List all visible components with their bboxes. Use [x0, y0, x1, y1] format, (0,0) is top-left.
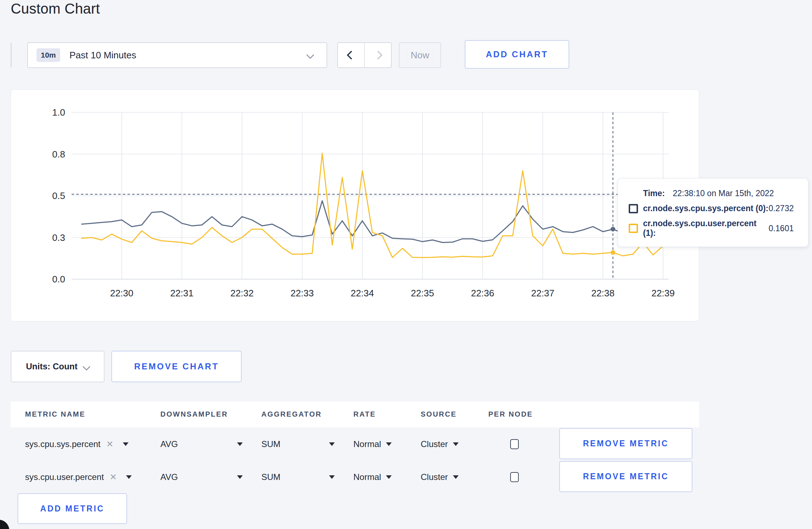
metric-name-select[interactable]: sys.cpu.user.percent ✕ — [25, 461, 132, 493]
tooltip-series-row: cr.node.sys.cpu.sys.percent (0): 0.2732 — [629, 204, 798, 213]
header-rate: RATE — [353, 410, 376, 418]
aggregator-value: SUM — [261, 472, 280, 482]
toolbar-divider — [11, 43, 11, 67]
chart-tooltip: Time: 22:38:10 on Mar 15th, 2022 cr.node… — [618, 178, 808, 247]
units-dropdown[interactable]: Units: Count — [11, 351, 105, 382]
downsampler-value: AVG — [160, 472, 178, 482]
metric-name-value: sys.cpu.user.percent — [25, 472, 104, 482]
chevron-down-icon — [306, 51, 314, 59]
source-value: Cluster — [421, 472, 448, 482]
rate-value: Normal — [353, 472, 381, 482]
tooltip-time-value: 22:38:10 on Mar 15th, 2022 — [673, 189, 774, 198]
time-range-badge: 10m — [37, 48, 60, 62]
caret-down-icon — [329, 442, 335, 446]
source-select[interactable]: Cluster — [421, 428, 459, 460]
caret-down-icon — [329, 475, 335, 479]
per-node-cell — [510, 428, 519, 460]
metric-name-select[interactable]: sys.cpu.sys.percent ✕ — [25, 428, 129, 460]
metric-name-value: sys.cpu.sys.percent — [25, 439, 101, 449]
chevron-right-icon — [373, 50, 382, 59]
header-metric-name: METRIC NAME — [25, 410, 86, 418]
remove-metric-button[interactable]: REMOVE METRIC — [559, 461, 692, 492]
downsampler-value: AVG — [160, 439, 178, 449]
caret-down-icon — [237, 442, 243, 446]
per-node-checkbox[interactable] — [510, 439, 519, 449]
next-range-button[interactable] — [365, 43, 391, 67]
remove-metric-button[interactable]: REMOVE METRIC — [559, 428, 692, 459]
caret-down-icon — [453, 442, 459, 446]
chart-card[interactable] — [11, 89, 699, 321]
caret-down-icon — [126, 475, 132, 479]
caret-down-icon — [453, 475, 459, 479]
now-button[interactable]: Now — [399, 42, 441, 68]
remove-chart-button[interactable]: REMOVE CHART — [111, 351, 242, 382]
rate-select[interactable]: Normal — [353, 428, 392, 460]
page-title: Custom Chart — [11, 1, 100, 17]
tooltip-series-value: 0.1601 — [769, 224, 798, 233]
header-aggregator: AGGREGATOR — [261, 410, 322, 418]
caret-down-icon — [386, 475, 392, 479]
remove-token-icon[interactable]: ✕ — [110, 472, 117, 482]
per-node-cell — [510, 461, 519, 493]
tooltip-series-value: 0.2732 — [769, 204, 798, 213]
time-range-dropdown[interactable]: 10m Past 10 Minutes — [27, 42, 327, 68]
time-nav-group — [337, 42, 392, 68]
add-metric-button[interactable]: ADD METRIC — [18, 493, 127, 524]
metric-row: sys.cpu.user.percent ✕ AVG SUM Normal Cl… — [11, 461, 699, 493]
chevron-left-icon — [347, 50, 356, 59]
aggregator-select[interactable]: SUM — [261, 428, 335, 460]
metric-row: sys.cpu.sys.percent ✕ AVG SUM Normal Clu… — [11, 428, 699, 460]
tooltip-series-label: cr.node.sys.cpu.user.percent (1): — [643, 219, 769, 238]
header-per-node: PER NODE — [488, 410, 533, 418]
custom-chart-page: Custom Chart 10m Past 10 Minutes Now ADD… — [0, 0, 812, 529]
caret-down-icon — [386, 442, 392, 446]
per-node-checkbox[interactable] — [510, 472, 519, 482]
remove-token-icon[interactable]: ✕ — [106, 439, 113, 449]
user-percent-legend-icon — [629, 224, 638, 233]
tooltip-series-row: cr.node.sys.cpu.user.percent (1): 0.1601 — [629, 219, 798, 238]
prev-range-button[interactable] — [338, 43, 365, 67]
source-value: Cluster — [421, 439, 448, 449]
rate-value: Normal — [353, 439, 381, 449]
add-chart-button[interactable]: ADD CHART — [465, 40, 569, 69]
caret-down-icon — [237, 475, 243, 479]
tooltip-series-label: cr.node.sys.cpu.sys.percent (0): — [643, 204, 768, 213]
time-range-label: Past 10 Minutes — [69, 50, 136, 61]
tooltip-time-row: Time: 22:38:10 on Mar 15th, 2022 — [629, 189, 798, 198]
header-source: SOURCE — [421, 410, 457, 418]
tooltip-time-label: Time: — [643, 189, 665, 198]
units-label: Units: Count — [26, 361, 78, 372]
downsampler-select[interactable]: AVG — [160, 461, 243, 493]
header-downsampler: DOWNSAMPLER — [160, 410, 228, 418]
chevron-down-icon — [83, 363, 90, 370]
rate-select[interactable]: Normal — [353, 461, 392, 493]
metrics-table-header: METRIC NAME DOWNSAMPLER AGGREGATOR RATE … — [11, 402, 699, 427]
downsampler-select[interactable]: AVG — [160, 428, 243, 460]
sys-percent-legend-icon — [629, 204, 638, 213]
aggregator-select[interactable]: SUM — [261, 461, 335, 493]
source-select[interactable]: Cluster — [421, 461, 459, 493]
chat-bubble-fragment[interactable] — [0, 520, 9, 529]
aggregator-value: SUM — [261, 439, 280, 449]
caret-down-icon — [123, 442, 129, 446]
